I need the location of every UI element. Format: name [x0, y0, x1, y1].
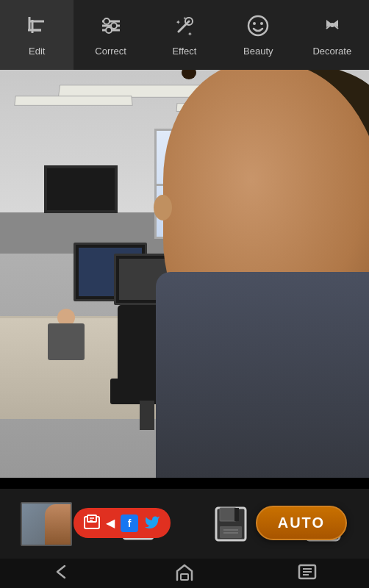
- photo-thumbnail[interactable]: [17, 498, 76, 550]
- top-toolbar: Edit Correct ✦ ✦ ✦ Eff: [0, 0, 369, 70]
- edit-tool[interactable]: Edit: [0, 0, 74, 70]
- svg-rect-28: [220, 508, 236, 521]
- nav-bar: [0, 559, 369, 588]
- svg-text:✦: ✦: [183, 16, 187, 21]
- decorate-icon: [320, 14, 344, 41]
- share-arrow-icon: ◀: [106, 516, 115, 530]
- thumbnail-box: [21, 502, 72, 546]
- share-overlay: ◀ f: [74, 508, 171, 538]
- menu-button[interactable]: [285, 564, 329, 584]
- back-button[interactable]: [40, 563, 84, 584]
- background-person: [44, 309, 88, 375]
- home-button[interactable]: [162, 562, 207, 585]
- svg-point-17: [248, 16, 268, 35]
- correct-icon: [99, 14, 123, 41]
- svg-point-10: [111, 23, 117, 29]
- effect-label: Effect: [172, 46, 196, 57]
- svg-text:✦: ✦: [187, 31, 193, 37]
- share-bubble[interactable]: ◀ f: [74, 508, 171, 538]
- subject-ear: [154, 195, 172, 220]
- twitter-icon[interactable]: [144, 514, 160, 532]
- correct-label: Correct: [95, 46, 126, 57]
- save-button[interactable]: [201, 498, 260, 550]
- beauty-label: Beauty: [243, 46, 273, 57]
- effect-icon: ✦ ✦ ✦: [173, 14, 196, 41]
- subject-body: [156, 272, 369, 478]
- svg-rect-29: [234, 508, 239, 521]
- ceiling-light-2: [14, 96, 132, 106]
- share-box-icon[interactable]: [84, 514, 100, 532]
- svg-rect-37: [181, 574, 188, 580]
- effect-tool[interactable]: ✦ ✦ ✦ Effect: [148, 0, 221, 70]
- main-subject: [163, 70, 369, 478]
- facebook-icon[interactable]: f: [121, 514, 138, 532]
- beauty-icon: [246, 14, 270, 41]
- beauty-tool[interactable]: Beauty: [221, 0, 295, 70]
- decorate-tool[interactable]: Decorate: [295, 0, 369, 70]
- svg-point-11: [106, 27, 112, 33]
- svg-point-9: [104, 18, 110, 24]
- correct-tool[interactable]: Correct: [74, 0, 148, 70]
- svg-point-19: [260, 22, 263, 25]
- wall-tv: [44, 165, 118, 213]
- svg-rect-30: [220, 526, 242, 538]
- floppy-icon: [214, 506, 248, 542]
- edit-label: Edit: [29, 46, 45, 57]
- svg-text:✦: ✦: [176, 19, 181, 26]
- photo-area: [0, 70, 369, 478]
- auto-button[interactable]: AUTO: [256, 506, 347, 540]
- decorate-label: Decorate: [312, 46, 351, 57]
- auto-label: AUTO: [278, 514, 325, 531]
- svg-point-18: [253, 22, 256, 25]
- edit-icon: [25, 14, 49, 41]
